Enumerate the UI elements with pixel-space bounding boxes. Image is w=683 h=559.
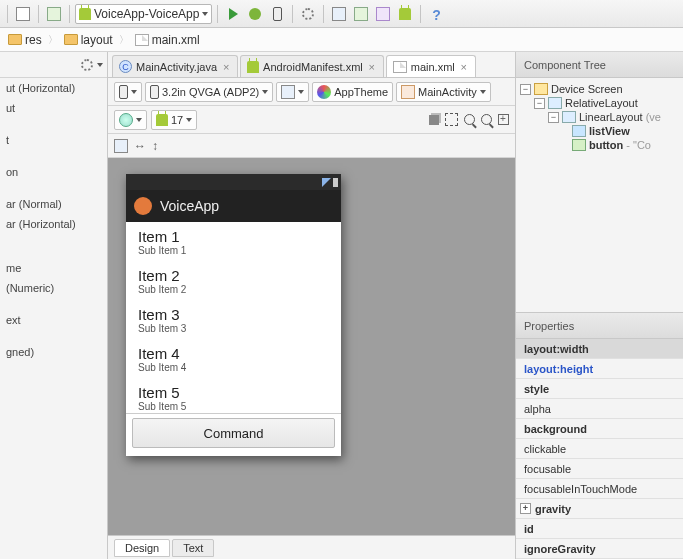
property-row[interactable]: background — [516, 419, 683, 439]
palette-item[interactable]: ar (Normal) — [0, 194, 107, 214]
tree-label[interactable]: button - "Co — [589, 139, 651, 151]
zoom-out-icon[interactable] — [481, 114, 492, 125]
list-item[interactable]: Item 5Sub Item 5 — [126, 378, 341, 413]
gear-icon[interactable] — [81, 59, 93, 71]
expand-icon[interactable]: + — [520, 503, 531, 514]
tool-button-3[interactable] — [373, 4, 393, 24]
design-canvas[interactable]: VoiceApp Item 1Sub Item 1 Item 2Sub Item… — [108, 158, 515, 535]
tab-text[interactable]: Text — [172, 539, 214, 557]
run-button[interactable] — [223, 4, 243, 24]
close-icon[interactable]: × — [221, 62, 231, 72]
tool-button-1[interactable] — [329, 4, 349, 24]
property-row[interactable]: ignoreGravity — [516, 539, 683, 559]
theme-dropdown[interactable]: AppTheme — [312, 82, 393, 102]
close-icon[interactable]: × — [459, 62, 469, 72]
attach-debugger-button[interactable] — [267, 4, 287, 24]
list-item[interactable]: Item 4Sub Item 4 — [126, 339, 341, 378]
separator — [7, 5, 8, 23]
tab-main-xml[interactable]: main.xml × — [386, 55, 476, 77]
palette-item[interactable]: ut (Horizontal) — [0, 78, 107, 98]
command-button[interactable]: Command — [132, 418, 335, 448]
locale-dropdown[interactable] — [114, 110, 147, 130]
close-icon[interactable]: × — [367, 62, 377, 72]
chevron-right-icon: 〉 — [48, 33, 58, 47]
list-item[interactable]: Item 2Sub Item 2 — [126, 261, 341, 300]
layers-icon[interactable] — [429, 115, 439, 125]
signal-icon — [322, 178, 331, 187]
collapse-icon[interactable]: − — [520, 84, 531, 95]
palette-item[interactable]: ar (Horizontal) — [0, 214, 107, 234]
palette-item[interactable]: (Numeric) — [0, 278, 107, 298]
phone-icon — [150, 85, 159, 99]
activity-dropdown[interactable]: MainActivity — [396, 82, 491, 102]
arrows-icon[interactable]: ↕ — [152, 139, 158, 153]
tab-mainactivity[interactable]: C MainActivity.java × — [112, 55, 238, 77]
list-item[interactable]: Item 3Sub Item 3 — [126, 300, 341, 339]
palette-item[interactable]: ut — [0, 98, 107, 118]
gear-icon — [302, 8, 314, 20]
palette-item[interactable]: on — [0, 162, 107, 182]
palette-item[interactable]: t — [0, 130, 107, 150]
separator — [323, 5, 324, 23]
app-title: VoiceApp — [160, 198, 219, 214]
breadcrumb-item[interactable]: main.xml — [131, 31, 204, 49]
layout-icon — [562, 111, 576, 123]
orientation-dropdown[interactable] — [114, 82, 142, 102]
zoom-in-icon[interactable] — [464, 114, 475, 125]
list-view[interactable]: Item 1Sub Item 1 Item 2Sub Item 2 Item 3… — [126, 222, 341, 413]
play-icon — [229, 8, 238, 20]
separator — [217, 5, 218, 23]
tree-label[interactable]: RelativeLayout — [565, 97, 638, 109]
property-row[interactable]: id — [516, 519, 683, 539]
viewport-icon[interactable] — [445, 113, 458, 126]
api-dropdown[interactable]: 17 — [151, 110, 197, 130]
globe-icon — [119, 113, 133, 127]
tree-label[interactable]: listView — [589, 125, 630, 137]
list-item[interactable]: Item 1Sub Item 1 — [126, 222, 341, 261]
tab-manifest[interactable]: AndroidManifest.xml × — [240, 55, 384, 77]
config-dropdown[interactable] — [276, 82, 309, 102]
arrows-icon[interactable]: ↔ — [134, 139, 146, 153]
property-row[interactable]: +gravity — [516, 499, 683, 519]
property-row[interactable]: alpha — [516, 399, 683, 419]
breadcrumb-label: layout — [81, 33, 113, 47]
save-icon[interactable] — [13, 4, 33, 24]
breadcrumb-item[interactable]: layout — [60, 31, 117, 49]
sync-icon[interactable] — [44, 4, 64, 24]
tree-label[interactable]: Device Screen — [551, 83, 623, 95]
tab-label: main.xml — [411, 61, 455, 73]
palette-item[interactable]: gned) — [0, 342, 107, 362]
property-row[interactable]: style — [516, 379, 683, 399]
designer-toolbar: 3.2in QVGA (ADP2) AppTheme MainActivity — [108, 78, 515, 106]
bug-icon — [249, 8, 261, 20]
breadcrumb-item[interactable]: res — [4, 31, 46, 49]
java-file-icon: C — [119, 60, 132, 73]
sdk-manager-button[interactable] — [395, 4, 415, 24]
property-row[interactable]: focusableInTouchMode — [516, 479, 683, 499]
breadcrumb: res 〉 layout 〉 main.xml — [0, 28, 683, 52]
debug-button[interactable] — [245, 4, 265, 24]
tree-label[interactable]: LinearLayout (ve — [579, 111, 661, 123]
property-row[interactable]: focusable — [516, 459, 683, 479]
palette-panel: ut (Horizontal) ut t on ar (Normal) ar (… — [0, 52, 108, 559]
component-tree[interactable]: − Device Screen − RelativeLayout − Linea… — [516, 78, 683, 312]
status-bar — [126, 174, 341, 190]
zoom-fit-icon[interactable] — [498, 114, 509, 125]
right-panel: Component Tree − Device Screen − Relativ… — [515, 52, 683, 559]
tool-button-2[interactable] — [351, 4, 371, 24]
tab-label: MainActivity.java — [136, 61, 217, 73]
property-row[interactable]: clickable — [516, 439, 683, 459]
tab-design[interactable]: Design — [114, 539, 170, 557]
collapse-icon[interactable]: − — [534, 98, 545, 109]
device-dropdown[interactable]: 3.2in QVGA (ADP2) — [145, 82, 273, 102]
property-row[interactable]: layout:width — [516, 339, 683, 359]
help-button[interactable]: ? — [426, 4, 446, 24]
battery-icon — [333, 178, 338, 187]
collapse-icon[interactable]: − — [548, 112, 559, 123]
palette-item[interactable]: me — [0, 258, 107, 278]
avd-manager-button[interactable] — [298, 4, 318, 24]
toggle-icon[interactable] — [114, 139, 128, 153]
palette-item[interactable]: ext — [0, 310, 107, 330]
run-config-dropdown[interactable]: VoiceApp-VoiceApp — [75, 4, 212, 24]
property-row[interactable]: layout:height — [516, 359, 683, 379]
